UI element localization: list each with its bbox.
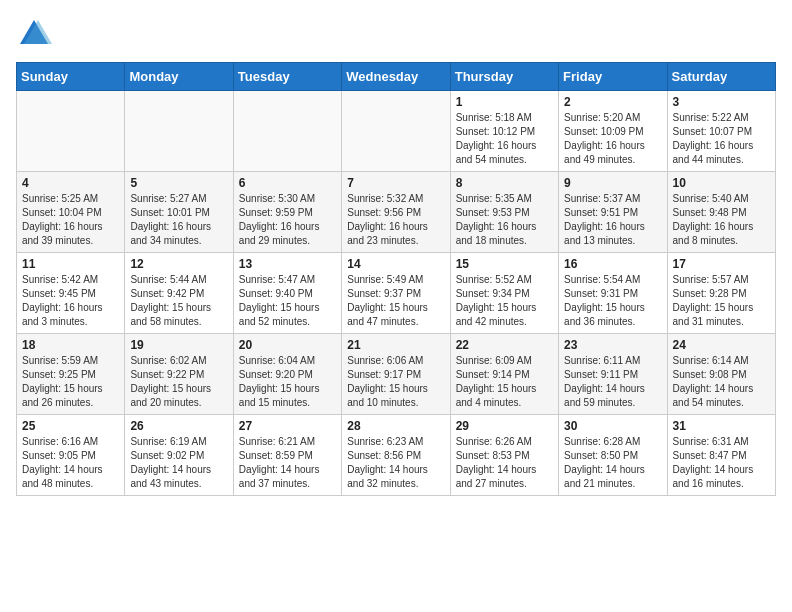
calendar-cell: 11Sunrise: 5:42 AM Sunset: 9:45 PM Dayli… [17,253,125,334]
day-number: 10 [673,176,770,190]
calendar-cell: 7Sunrise: 5:32 AM Sunset: 9:56 PM Daylig… [342,172,450,253]
calendar-cell: 23Sunrise: 6:11 AM Sunset: 9:11 PM Dayli… [559,334,667,415]
calendar-cell: 29Sunrise: 6:26 AM Sunset: 8:53 PM Dayli… [450,415,558,496]
day-number: 14 [347,257,444,271]
calendar-header-row: SundayMondayTuesdayWednesdayThursdayFrid… [17,63,776,91]
day-info: Sunrise: 6:06 AM Sunset: 9:17 PM Dayligh… [347,354,444,410]
day-number: 2 [564,95,661,109]
day-number: 18 [22,338,119,352]
calendar-cell: 25Sunrise: 6:16 AM Sunset: 9:05 PM Dayli… [17,415,125,496]
day-number: 29 [456,419,553,433]
column-header-sunday: Sunday [17,63,125,91]
calendar-week-row: 4Sunrise: 5:25 AM Sunset: 10:04 PM Dayli… [17,172,776,253]
calendar-cell: 1Sunrise: 5:18 AM Sunset: 10:12 PM Dayli… [450,91,558,172]
calendar-cell: 16Sunrise: 5:54 AM Sunset: 9:31 PM Dayli… [559,253,667,334]
day-number: 3 [673,95,770,109]
calendar-cell: 22Sunrise: 6:09 AM Sunset: 9:14 PM Dayli… [450,334,558,415]
day-info: Sunrise: 5:32 AM Sunset: 9:56 PM Dayligh… [347,192,444,248]
day-info: Sunrise: 6:02 AM Sunset: 9:22 PM Dayligh… [130,354,227,410]
column-header-friday: Friday [559,63,667,91]
day-number: 31 [673,419,770,433]
calendar-cell [125,91,233,172]
calendar-cell: 26Sunrise: 6:19 AM Sunset: 9:02 PM Dayli… [125,415,233,496]
day-info: Sunrise: 6:11 AM Sunset: 9:11 PM Dayligh… [564,354,661,410]
day-number: 15 [456,257,553,271]
calendar-cell: 17Sunrise: 5:57 AM Sunset: 9:28 PM Dayli… [667,253,775,334]
calendar-cell: 13Sunrise: 5:47 AM Sunset: 9:40 PM Dayli… [233,253,341,334]
day-info: Sunrise: 5:35 AM Sunset: 9:53 PM Dayligh… [456,192,553,248]
calendar-table: SundayMondayTuesdayWednesdayThursdayFrid… [16,62,776,496]
calendar-cell: 27Sunrise: 6:21 AM Sunset: 8:59 PM Dayli… [233,415,341,496]
calendar-week-row: 11Sunrise: 5:42 AM Sunset: 9:45 PM Dayli… [17,253,776,334]
day-number: 17 [673,257,770,271]
calendar-cell: 24Sunrise: 6:14 AM Sunset: 9:08 PM Dayli… [667,334,775,415]
column-header-monday: Monday [125,63,233,91]
calendar-cell: 19Sunrise: 6:02 AM Sunset: 9:22 PM Dayli… [125,334,233,415]
day-info: Sunrise: 5:59 AM Sunset: 9:25 PM Dayligh… [22,354,119,410]
calendar-cell [17,91,125,172]
calendar-cell: 2Sunrise: 5:20 AM Sunset: 10:09 PM Dayli… [559,91,667,172]
day-number: 19 [130,338,227,352]
logo-icon [16,16,52,52]
day-info: Sunrise: 6:09 AM Sunset: 9:14 PM Dayligh… [456,354,553,410]
calendar-cell: 10Sunrise: 5:40 AM Sunset: 9:48 PM Dayli… [667,172,775,253]
day-info: Sunrise: 6:31 AM Sunset: 8:47 PM Dayligh… [673,435,770,491]
day-number: 28 [347,419,444,433]
calendar-cell: 18Sunrise: 5:59 AM Sunset: 9:25 PM Dayli… [17,334,125,415]
calendar-week-row: 1Sunrise: 5:18 AM Sunset: 10:12 PM Dayli… [17,91,776,172]
day-number: 4 [22,176,119,190]
day-number: 24 [673,338,770,352]
calendar-cell: 5Sunrise: 5:27 AM Sunset: 10:01 PM Dayli… [125,172,233,253]
day-number: 30 [564,419,661,433]
column-header-wednesday: Wednesday [342,63,450,91]
calendar-cell: 3Sunrise: 5:22 AM Sunset: 10:07 PM Dayli… [667,91,775,172]
calendar-cell: 9Sunrise: 5:37 AM Sunset: 9:51 PM Daylig… [559,172,667,253]
column-header-tuesday: Tuesday [233,63,341,91]
day-number: 25 [22,419,119,433]
day-info: Sunrise: 6:16 AM Sunset: 9:05 PM Dayligh… [22,435,119,491]
day-info: Sunrise: 5:25 AM Sunset: 10:04 PM Daylig… [22,192,119,248]
calendar-cell: 6Sunrise: 5:30 AM Sunset: 9:59 PM Daylig… [233,172,341,253]
calendar-cell: 15Sunrise: 5:52 AM Sunset: 9:34 PM Dayli… [450,253,558,334]
calendar-cell: 4Sunrise: 5:25 AM Sunset: 10:04 PM Dayli… [17,172,125,253]
day-number: 9 [564,176,661,190]
day-number: 22 [456,338,553,352]
day-info: Sunrise: 6:28 AM Sunset: 8:50 PM Dayligh… [564,435,661,491]
column-header-saturday: Saturday [667,63,775,91]
day-number: 6 [239,176,336,190]
day-number: 26 [130,419,227,433]
day-info: Sunrise: 6:21 AM Sunset: 8:59 PM Dayligh… [239,435,336,491]
day-number: 5 [130,176,227,190]
day-number: 8 [456,176,553,190]
day-info: Sunrise: 5:22 AM Sunset: 10:07 PM Daylig… [673,111,770,167]
day-info: Sunrise: 6:19 AM Sunset: 9:02 PM Dayligh… [130,435,227,491]
day-info: Sunrise: 5:57 AM Sunset: 9:28 PM Dayligh… [673,273,770,329]
day-info: Sunrise: 6:14 AM Sunset: 9:08 PM Dayligh… [673,354,770,410]
calendar-cell [233,91,341,172]
day-number: 12 [130,257,227,271]
day-info: Sunrise: 5:40 AM Sunset: 9:48 PM Dayligh… [673,192,770,248]
calendar-cell: 31Sunrise: 6:31 AM Sunset: 8:47 PM Dayli… [667,415,775,496]
day-number: 20 [239,338,336,352]
page-header [16,16,776,52]
day-info: Sunrise: 5:44 AM Sunset: 9:42 PM Dayligh… [130,273,227,329]
day-number: 23 [564,338,661,352]
day-info: Sunrise: 5:30 AM Sunset: 9:59 PM Dayligh… [239,192,336,248]
calendar-cell: 12Sunrise: 5:44 AM Sunset: 9:42 PM Dayli… [125,253,233,334]
day-info: Sunrise: 5:52 AM Sunset: 9:34 PM Dayligh… [456,273,553,329]
day-info: Sunrise: 5:54 AM Sunset: 9:31 PM Dayligh… [564,273,661,329]
day-number: 11 [22,257,119,271]
day-info: Sunrise: 5:20 AM Sunset: 10:09 PM Daylig… [564,111,661,167]
day-info: Sunrise: 5:37 AM Sunset: 9:51 PM Dayligh… [564,192,661,248]
day-info: Sunrise: 5:18 AM Sunset: 10:12 PM Daylig… [456,111,553,167]
day-info: Sunrise: 6:04 AM Sunset: 9:20 PM Dayligh… [239,354,336,410]
logo [16,16,56,52]
calendar-cell: 28Sunrise: 6:23 AM Sunset: 8:56 PM Dayli… [342,415,450,496]
calendar-cell: 30Sunrise: 6:28 AM Sunset: 8:50 PM Dayli… [559,415,667,496]
day-number: 21 [347,338,444,352]
calendar-week-row: 18Sunrise: 5:59 AM Sunset: 9:25 PM Dayli… [17,334,776,415]
day-info: Sunrise: 6:23 AM Sunset: 8:56 PM Dayligh… [347,435,444,491]
day-number: 27 [239,419,336,433]
calendar-cell [342,91,450,172]
day-info: Sunrise: 5:49 AM Sunset: 9:37 PM Dayligh… [347,273,444,329]
